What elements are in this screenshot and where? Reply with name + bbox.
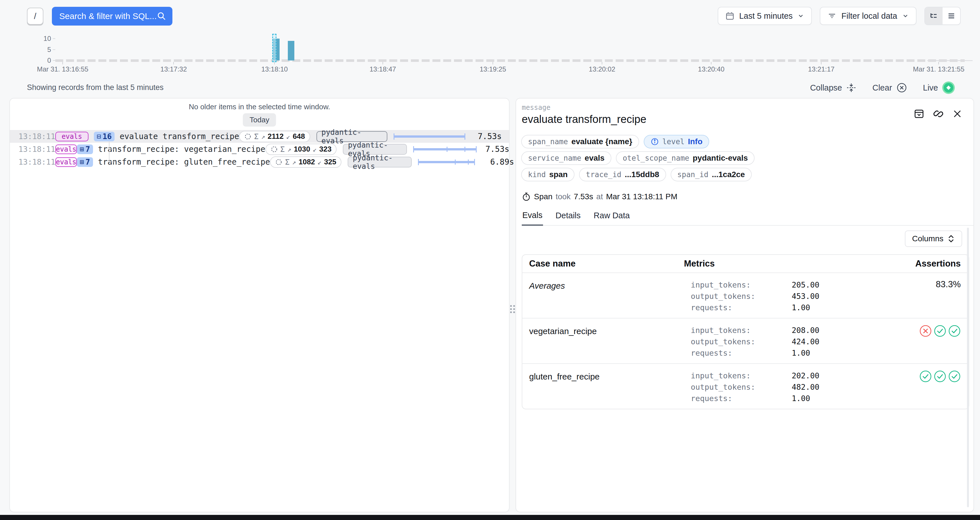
attribute-pill-kind[interactable]: kind span	[521, 168, 574, 181]
trace-row[interactable]: 13:18:11 evals ⊞ 7 transform_recipe: glu…	[10, 156, 509, 168]
evals-table-row[interactable]: vegetarian_recipe input_tokens:208.00 ou…	[522, 318, 969, 363]
assertions-cell: 83.3%	[900, 279, 969, 313]
case-name: gluten_free_recipe	[522, 370, 684, 404]
child-count: 16	[102, 132, 112, 141]
col-assertions: Assertions	[900, 258, 969, 269]
attribute-pill-trace-id[interactable]: trace_id ...15ddb8	[579, 168, 666, 181]
tab-details[interactable]: Details	[555, 211, 581, 225]
dock-panel-button[interactable]	[913, 108, 925, 120]
slash-shortcut-key: /	[27, 8, 43, 25]
panel-resize-handle[interactable]	[509, 303, 515, 315]
attribute-key: span_id	[678, 170, 709, 179]
live-toggle[interactable]: Live	[923, 81, 955, 94]
x-axis-label: 13:18:47	[369, 65, 396, 73]
tokens-sent-value: 1030	[294, 145, 310, 153]
tree-connector	[109, 141, 110, 162]
topbar-controls: Last 5 minutes Filter local data	[718, 7, 961, 25]
columns-button[interactable]: Columns	[905, 230, 962, 247]
duration-value: 7.53s	[483, 145, 509, 154]
attribute-key: kind	[528, 170, 546, 179]
x-axis-tick	[383, 62, 383, 64]
live-indicator-icon	[942, 81, 955, 94]
service-tag[interactable]: evals	[55, 145, 77, 154]
attribute-value: pydantic-evals	[693, 153, 748, 163]
x-axis-tick	[821, 62, 821, 64]
evals-table-row[interactable]: Averages input_tokens:205.00 output_toke…	[522, 273, 969, 318]
x-axis-tick	[938, 62, 939, 64]
metrics-cell: input_tokens:202.00 output_tokens:482.00…	[684, 370, 900, 404]
attribute-key: service_name	[528, 154, 581, 163]
close-icon	[952, 108, 963, 119]
token-stats-pill[interactable]: Σ ↗ 1030 ↙ 323	[266, 144, 337, 155]
duration-bar	[394, 133, 465, 140]
timeline-bar[interactable]	[288, 41, 294, 61]
service-tag[interactable]: evals	[55, 157, 77, 167]
timeline-plot[interactable]: Mar 31. 13:16:5513:17:3213:18:1013:18:47…	[55, 33, 973, 61]
clear-button[interactable]: Clear	[872, 82, 907, 93]
tree-view-toggle[interactable]	[925, 7, 943, 24]
attribute-pill-span-id[interactable]: span_id ...1ca2ce	[671, 168, 752, 181]
tokens-received-value: 325	[324, 158, 336, 166]
attribute-value: ...15ddb8	[625, 170, 659, 179]
chevron-down-icon	[797, 12, 805, 19]
attribute-pill-span-name[interactable]: span_name evaluate {name}	[521, 135, 639, 148]
otel-scope-chip[interactable]: pydantic-evals	[317, 131, 388, 142]
attribute-pill-service-name[interactable]: service_name evals	[521, 151, 611, 165]
evals-table-header: Case name Metrics Assertions	[522, 255, 969, 273]
copy-link-button[interactable]	[933, 108, 944, 120]
assertions-percentage: 83.3%	[936, 279, 961, 289]
view-toggle	[924, 7, 961, 25]
attribute-key: span_name	[528, 137, 568, 146]
records-status-text: Showing records from the last 5 minutes	[27, 83, 164, 92]
assertions-cell	[900, 370, 969, 404]
search-button-label: Search & filter with SQL...	[59, 11, 156, 21]
service-tag[interactable]: evals	[55, 132, 89, 141]
trace-row[interactable]: 13:18:11 evals ⊟ 16 evaluate transform_r…	[10, 130, 509, 143]
token-stats-pill[interactable]: Σ ↗ 1082 ↙ 325	[270, 156, 341, 168]
collapse-icon	[846, 82, 857, 93]
x-axis-label: Mar 31. 13:21:55	[913, 65, 964, 73]
search-button[interactable]: Search & filter with SQL...	[52, 7, 172, 26]
took-prefix: Span	[534, 192, 552, 201]
at-word: at	[597, 192, 603, 201]
list-view-toggle[interactable]	[943, 7, 960, 24]
span-title[interactable]: transform_recipe: vegetarian_recipe	[98, 145, 266, 154]
tab-evals[interactable]: Evals	[522, 211, 543, 226]
otel-scope-chip[interactable]: pydantic-evals	[348, 157, 412, 167]
time-range-button[interactable]: Last 5 minutes	[718, 7, 812, 25]
span-detail-title: evaluate transform_recipe	[522, 113, 646, 126]
filter-icon	[827, 11, 837, 21]
tab-raw-data[interactable]: Raw Data	[593, 211, 630, 225]
timeline-chart[interactable]: Mar 31. 13:16:5513:17:3213:18:1013:18:47…	[0, 31, 980, 78]
link-icon	[933, 108, 944, 120]
case-name: Averages	[522, 279, 684, 313]
filter-local-data-button[interactable]: Filter local data	[820, 7, 916, 25]
tokens-sent-icon: ↗	[287, 146, 291, 153]
token-stats-pill[interactable]: Σ ↗ 2112 ↙ 648	[239, 131, 310, 142]
close-panel-button[interactable]	[952, 108, 963, 119]
tree-connector	[109, 149, 116, 149]
span-count-chip[interactable]: ⊟ 16	[94, 132, 115, 141]
assertions-cell	[900, 325, 969, 359]
span-count-chip[interactable]: ⊞ 7	[77, 145, 93, 154]
collapse-button[interactable]: Collapse	[810, 82, 857, 93]
attribute-pill-otel-scope-name[interactable]: otel_scope_name pydantic-evals	[616, 151, 754, 165]
topbar: / Search & filter with SQL... Last	[0, 0, 980, 31]
x-axis-label: Mar 31. 13:16:55	[37, 65, 88, 73]
span-title[interactable]: transform_recipe: gluten_free_recipe	[98, 157, 270, 167]
pass-icon	[934, 370, 946, 383]
panel-scrollbar[interactable]	[967, 228, 969, 507]
span-title[interactable]: evaluate transform_recipe	[120, 132, 239, 141]
timeline-selection[interactable]	[272, 34, 276, 62]
app-root: / Search & filter with SQL... Last	[0, 0, 980, 520]
otel-scope-chip[interactable]: pydantic-evals	[343, 144, 407, 155]
pass-icon	[934, 325, 946, 337]
trace-row[interactable]: 13:18:11 evals ⊞ 7 transform_recipe: veg…	[10, 143, 509, 156]
attribute-value: evaluate {name}	[571, 137, 632, 146]
level-pill[interactable]: level Info	[644, 135, 710, 148]
tokens-icon	[270, 146, 278, 153]
attribute-key: otel_scope_name	[623, 154, 689, 163]
filter-local-data-label: Filter local data	[842, 11, 897, 21]
evals-table-row[interactable]: gluten_free_recipe input_tokens:202.00 o…	[522, 363, 969, 409]
span-count-chip[interactable]: ⊞ 7	[77, 157, 93, 167]
